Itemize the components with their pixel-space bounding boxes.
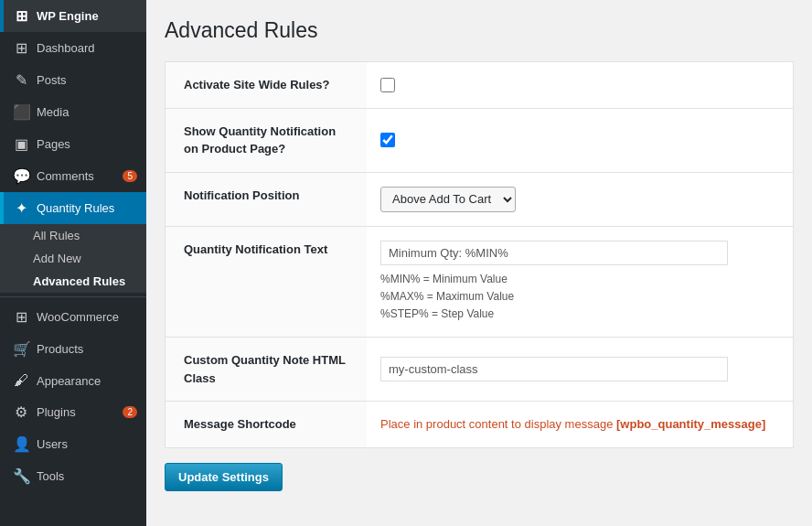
row-site-wide-rules: Activate Site Wide Rules? <box>166 62 793 109</box>
users-icon: 👤 <box>13 435 29 453</box>
main-content: Advanced Rules Activate Site Wide Rules?… <box>146 0 812 526</box>
products-icon: 🛒 <box>13 340 29 358</box>
value-notification-text: %MIN% = Minimum Value %MAX% = Maximum Va… <box>367 227 793 338</box>
sidebar-item-label: Media <box>37 105 69 119</box>
value-notification-position: Above Add To Cart Below Add To Cart <box>367 173 793 226</box>
value-site-wide-rules <box>367 62 793 108</box>
wp-engine-icon: ⊞ <box>13 7 29 25</box>
sidebar-item-label: Plugins <box>37 405 76 419</box>
media-icon: ⬛ <box>13 103 29 121</box>
input-notification-text[interactable] <box>380 241 728 265</box>
input-custom-html-class[interactable] <box>380 357 728 381</box>
submenu-add-new[interactable]: Add New <box>0 247 146 270</box>
select-notification-position[interactable]: Above Add To Cart Below Add To Cart <box>380 187 516 212</box>
submenu-all-rules[interactable]: All Rules <box>0 224 146 247</box>
pages-icon: ▣ <box>13 135 29 153</box>
page-title: Advanced Rules <box>165 18 794 43</box>
plugins-icon: ⚙ <box>13 403 29 421</box>
row-message-shortcode: Message Shortcode Place in product conte… <box>166 402 793 447</box>
sidebar-item-posts[interactable]: ✎ Posts <box>0 64 146 96</box>
sidebar-item-quantity-rules[interactable]: ✦ Quantity Rules <box>0 192 146 224</box>
sidebar-header-label: WP Engine <box>37 9 99 23</box>
sidebar-item-label: Dashboard <box>37 41 95 55</box>
sidebar-item-comments[interactable]: 💬 Comments 5 <box>0 160 146 192</box>
quantity-rules-icon: ✦ <box>13 199 29 217</box>
settings-form: Activate Site Wide Rules? Show Quantity … <box>165 61 794 448</box>
sidebar-item-label: Users <box>37 437 68 451</box>
shortcode-text: Place in product content to display mess… <box>380 417 765 431</box>
sidebar-item-label: Comments <box>37 169 94 183</box>
sidebar-item-woocommerce[interactable]: ⊞ WooCommerce <box>0 301 146 333</box>
value-show-notification <box>367 109 793 172</box>
update-settings-button[interactable]: Update Settings <box>165 463 283 491</box>
hint-notification-text: %MIN% = Minimum Value %MAX% = Maximum Va… <box>380 271 514 324</box>
row-notification-text: Quantity Notification Text %MIN% = Minim… <box>166 227 793 338</box>
submenu-advanced-rules[interactable]: Advanced Rules <box>0 270 146 293</box>
comments-badge: 5 <box>123 170 137 182</box>
sidebar-item-label: Posts <box>37 73 67 87</box>
dashboard-icon: ⊞ <box>13 39 29 57</box>
value-custom-html-class <box>367 338 793 401</box>
sidebar-item-label: Products <box>37 342 83 356</box>
label-show-notification: Show Quantity Notification on Product Pa… <box>166 109 367 172</box>
sidebar-item-label: Tools <box>37 469 64 483</box>
sidebar-item-products[interactable]: 🛒 Products <box>0 333 146 365</box>
row-custom-html-class: Custom Quantity Note HTML Class <box>166 338 793 402</box>
shortcode-description: Place in product content to display mess… <box>380 417 613 431</box>
sidebar-item-label: Quantity Rules <box>37 201 114 215</box>
shortcode-code: [wpbo_quantity_message] <box>616 417 765 431</box>
row-show-notification: Show Quantity Notification on Product Pa… <box>166 109 793 173</box>
label-site-wide-rules: Activate Site Wide Rules? <box>166 62 367 108</box>
woocommerce-icon: ⊞ <box>13 308 29 326</box>
sidebar-item-media[interactable]: ⬛ Media <box>0 96 146 128</box>
sidebar-submenu-quantity-rules: All Rules Add New Advanced Rules <box>0 224 146 293</box>
posts-icon: ✎ <box>13 71 29 89</box>
sidebar-item-tools[interactable]: 🔧 Tools <box>0 460 146 492</box>
label-message-shortcode: Message Shortcode <box>166 402 367 447</box>
sidebar-item-pages[interactable]: ▣ Pages <box>0 128 146 160</box>
label-notification-text: Quantity Notification Text <box>166 227 367 338</box>
comments-icon: 💬 <box>13 167 29 185</box>
checkbox-site-wide-rules[interactable] <box>380 78 395 92</box>
sidebar-item-label: Appearance <box>37 374 101 388</box>
sidebar-item-plugins[interactable]: ⚙ Plugins 2 <box>0 396 146 428</box>
sidebar-item-label: WooCommerce <box>37 310 119 324</box>
label-notification-position: Notification Position <box>166 173 367 226</box>
tools-icon: 🔧 <box>13 467 29 485</box>
row-notification-position: Notification Position Above Add To Cart … <box>166 173 793 227</box>
sidebar-divider <box>0 296 146 297</box>
sidebar-item-dashboard[interactable]: ⊞ Dashboard <box>0 32 146 64</box>
plugins-badge: 2 <box>123 406 137 418</box>
sidebar-item-users[interactable]: 👤 Users <box>0 428 146 460</box>
label-custom-html-class: Custom Quantity Note HTML Class <box>166 338 367 401</box>
checkbox-show-notification[interactable] <box>380 133 395 147</box>
sidebar: ⊞ WP Engine ⊞ Dashboard ✎ Posts ⬛ Media … <box>0 0 146 526</box>
value-message-shortcode: Place in product content to display mess… <box>367 402 793 447</box>
sidebar-item-appearance[interactable]: 🖌 Appearance <box>0 365 146 396</box>
sidebar-header[interactable]: ⊞ WP Engine <box>0 0 146 32</box>
sidebar-item-label: Pages <box>37 137 70 151</box>
appearance-icon: 🖌 <box>13 372 29 389</box>
